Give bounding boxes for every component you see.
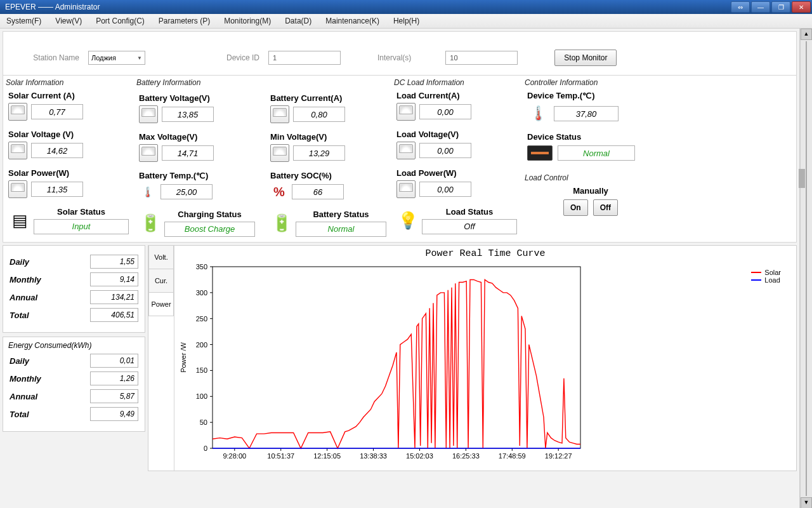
scroll-down-icon[interactable]: ▼ xyxy=(801,497,812,508)
menu-parameters[interactable]: Parameters (P) xyxy=(159,17,210,25)
svg-text:Power /W: Power /W xyxy=(180,342,187,373)
gen-daily-value: 1,55 xyxy=(90,255,138,269)
menu-maintenance[interactable]: Maintenance(K) xyxy=(325,17,379,25)
con-annual-label: Annual xyxy=(10,392,37,401)
meter-icon xyxy=(270,144,289,162)
svg-text:10:51:37: 10:51:37 xyxy=(267,452,294,460)
battery-panel: Battery Information Battery Voltage(V) 1… xyxy=(134,78,391,237)
chart-legend: Solar Load xyxy=(751,269,781,284)
menu-system[interactable]: System(F) xyxy=(6,17,41,25)
svg-text:50: 50 xyxy=(200,418,207,426)
gen-total-value: 406,51 xyxy=(90,308,138,322)
menu-monitoring[interactable]: Monitoring(M) xyxy=(224,17,271,25)
energy-consumed-box: Energy Consumed(kWh) Daily0,01 Monthly1,… xyxy=(3,337,145,432)
thermometer-icon: 🌡️ xyxy=(527,104,549,123)
load-control-title: Load Control xyxy=(525,173,654,182)
window-titlebar: EPEVER —— Administrator ⇔ — ❐ ✕ xyxy=(0,0,812,14)
load-pow-label: Load Power(W) xyxy=(396,168,517,178)
load-panel: DC Load Information Load Current(A) 0,00… xyxy=(391,78,522,237)
menu-help[interactable]: Help(H) xyxy=(393,17,419,25)
close-button[interactable]: ✕ xyxy=(792,1,811,13)
meter-icon xyxy=(396,103,416,121)
scroll-up-icon[interactable]: ▲ xyxy=(801,29,812,40)
charging-status-value: Boost Charge xyxy=(164,222,255,237)
svg-text:250: 250 xyxy=(196,315,207,323)
gen-annual-value: 134,21 xyxy=(90,290,138,304)
menu-data[interactable]: Data(D) xyxy=(285,17,311,25)
load-cur-label: Load Current(A) xyxy=(396,91,517,100)
battery-icon: 🔋 xyxy=(270,211,293,236)
scroll-thumb[interactable] xyxy=(806,41,807,496)
svg-text:350: 350 xyxy=(196,263,207,271)
load-off-button[interactable]: Off xyxy=(593,199,618,216)
controller-title: Controller Information xyxy=(525,78,654,87)
device-status-value: Normal xyxy=(558,145,635,161)
minimize-button[interactable]: — xyxy=(751,1,770,13)
solar-current-label: Solar Current (A) xyxy=(8,91,129,100)
device-id-field[interactable]: 1 xyxy=(268,51,341,65)
meter-icon xyxy=(396,180,416,198)
gen-month-label: Monthly xyxy=(10,275,41,284)
svg-text:12:15:05: 12:15:05 xyxy=(313,452,341,460)
svg-text:200: 200 xyxy=(196,341,207,349)
meter-icon xyxy=(270,105,289,123)
gen-month-value: 9,14 xyxy=(90,272,138,286)
menu-portconfig[interactable]: Port Config(C) xyxy=(96,17,145,25)
interval-label: Interval(s) xyxy=(377,53,411,62)
tab-power[interactable]: Power xyxy=(148,292,174,316)
solar-status-value: Input xyxy=(34,219,129,234)
load-cur-value: 0,00 xyxy=(419,104,471,119)
energy-consumed-title: Energy Consumed(kWh) xyxy=(8,341,138,350)
controller-icon xyxy=(527,145,553,161)
menu-bar: System(F) View(V) Port Config(C) Paramet… xyxy=(0,14,812,29)
maximize-button[interactable]: ❐ xyxy=(771,1,790,13)
con-total-label: Total xyxy=(10,410,29,419)
gen-annual-label: Annual xyxy=(10,293,37,302)
load-volt-label: Load Voltage(V) xyxy=(396,130,517,139)
svg-text:16:25:33: 16:25:33 xyxy=(452,452,480,460)
tab-volt[interactable]: Volt. xyxy=(148,245,174,269)
batt-min-label: Min Voltage(V) xyxy=(270,132,386,142)
chart-title: Power Real Time Curve xyxy=(174,248,796,259)
svg-text:13:38:33: 13:38:33 xyxy=(360,452,387,460)
thermometer-icon: 🌡️ xyxy=(139,183,157,201)
meter-icon xyxy=(139,144,158,162)
solar-panel-icon: ▤ xyxy=(8,208,31,234)
con-daily-value: 0,01 xyxy=(90,354,138,368)
charging-status-label: Charging Status xyxy=(164,210,255,219)
meter-icon xyxy=(139,105,158,123)
solar-power-value: 11,35 xyxy=(31,182,83,197)
legend-load: Load xyxy=(764,276,780,284)
percent-icon: % xyxy=(270,183,288,201)
battery-status-value: Normal xyxy=(296,222,386,237)
load-volt-value: 0,00 xyxy=(419,143,471,158)
legend-solar: Solar xyxy=(764,269,781,276)
energy-generated-box: Daily1,55 Monthly9,14 Annual134,21 Total… xyxy=(3,245,145,333)
manual-label: Manually xyxy=(527,186,654,196)
solar-panel: Solar Information Solar Current (A) 0,77… xyxy=(3,78,134,237)
solar-title: Solar Information xyxy=(6,78,129,87)
battery-status-label: Battery Status xyxy=(296,210,386,219)
controller-panel: Controller Information Device Temp.(℃) 🌡… xyxy=(522,78,659,237)
tab-cur[interactable]: Cur. xyxy=(148,269,174,293)
load-status-value: Off xyxy=(422,219,517,234)
batt-temp-label: Battery Temp.(℃) xyxy=(139,171,255,180)
meter-icon xyxy=(8,103,27,121)
resize-button[interactable]: ⇔ xyxy=(731,1,750,13)
batt-volt-label: Battery Voltage(V) xyxy=(139,93,255,103)
load-status-label: Load Status xyxy=(422,207,517,217)
device-id-label: Device ID xyxy=(226,53,259,62)
batt-soc-label: Battery SOC(%) xyxy=(270,171,386,180)
con-month-value: 1,26 xyxy=(90,371,138,385)
window-title: EPEVER —— Administrator xyxy=(1,3,100,11)
station-name-combo[interactable]: Лоджия▼ xyxy=(88,51,145,65)
svg-text:17:48:59: 17:48:59 xyxy=(499,452,526,460)
load-title: DC Load Information xyxy=(394,78,517,87)
batt-volt-value: 13,85 xyxy=(162,107,214,122)
menu-view[interactable]: View(V) xyxy=(55,17,82,25)
chart-area: Volt. Cur. Power Power Real Time Curve S… xyxy=(148,245,797,471)
load-on-button[interactable]: On xyxy=(563,199,588,216)
stop-monitor-button[interactable]: Stop Monitor xyxy=(554,50,617,66)
vertical-scrollbar[interactable]: ▲ ▼ xyxy=(800,29,812,508)
interval-field[interactable]: 10 xyxy=(445,51,518,65)
